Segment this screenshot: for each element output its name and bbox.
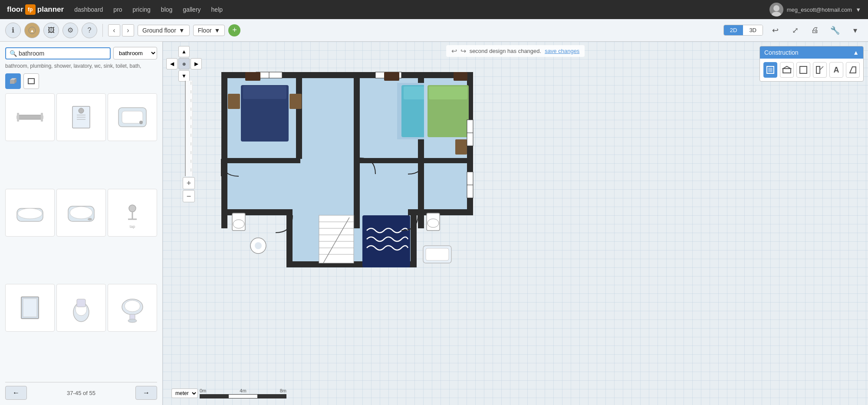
item-tap[interactable]: tap	[108, 189, 157, 237]
nav-dashboard[interactable]: dashboard	[74, 6, 103, 13]
construction-panel-collapse[interactable]: ▲	[853, 49, 859, 56]
redo-button[interactable]: ↪	[460, 47, 466, 55]
item-shower[interactable]	[56, 93, 106, 141]
wall-tool[interactable]	[763, 62, 777, 78]
construction-panel-title: Construction	[764, 49, 799, 56]
room-tool[interactable]	[796, 62, 810, 78]
view-2d-button[interactable]: 2D	[724, 25, 743, 35]
door-window-tool[interactable]	[813, 62, 827, 78]
svg-rect-99	[816, 66, 820, 73]
svg-rect-43	[408, 209, 473, 215]
item-bathtub-side-1[interactable]	[5, 189, 55, 237]
center-button[interactable]: ⊕	[178, 58, 190, 69]
pan-up-button[interactable]: ▲	[178, 46, 190, 57]
nav-pricing[interactable]: pricing	[133, 6, 151, 13]
share-button[interactable]: ↩	[767, 23, 783, 38]
wrench-button[interactable]: 🔧	[827, 23, 843, 38]
svg-rect-96	[783, 69, 791, 73]
search-tags: bathroom, plumbing, shower, lavatory, wc…	[5, 63, 157, 69]
svg-rect-69	[319, 215, 354, 263]
pan-left-button[interactable]: ◀	[166, 58, 178, 69]
pagination: ← 37-45 of 55 →	[5, 382, 157, 400]
scale-bar-line	[200, 394, 286, 398]
eraser-tool[interactable]	[846, 62, 860, 78]
svg-rect-32	[77, 299, 85, 307]
nav-pro[interactable]: pro	[113, 6, 122, 13]
floor-plan[interactable]	[189, 59, 493, 276]
svg-point-20	[18, 208, 42, 219]
svg-rect-7	[28, 79, 34, 84]
svg-rect-53	[243, 86, 286, 99]
logo[interactable]: floor fp planner	[7, 4, 64, 15]
nav-blog[interactable]: blog	[161, 6, 172, 13]
search-input[interactable]	[19, 50, 106, 57]
next-page-button[interactable]: →	[135, 386, 157, 400]
svg-rect-77	[362, 215, 410, 267]
search-input-wrapper: 🔍	[5, 47, 111, 59]
info-button[interactable]: ℹ	[5, 23, 21, 38]
item-bathtub-side-2[interactable]	[56, 189, 106, 237]
svg-rect-10	[41, 113, 43, 122]
svg-point-79	[427, 219, 439, 227]
user-dropdown-icon[interactable]: ▼	[855, 7, 861, 13]
user-avatar	[769, 3, 783, 16]
toolbar-right: 2D 3D ↩ ⤢ 🖨 🔧 ▾	[723, 23, 863, 38]
svg-text:tap: tap	[130, 224, 135, 229]
svg-rect-47	[354, 72, 360, 228]
svg-rect-9	[17, 113, 19, 122]
floor-tool[interactable]	[780, 62, 794, 78]
user-email[interactable]: meg_escott@hotmail.com	[787, 7, 852, 13]
floor-nav: ‹ ›	[108, 24, 134, 36]
save-changes-link[interactable]: save changes	[545, 48, 579, 54]
prev-page-button[interactable]: ←	[5, 386, 27, 400]
floor-type-selector[interactable]: Floor ▼	[193, 25, 225, 36]
item-mirror[interactable]	[5, 284, 55, 332]
item-pedestal-sink[interactable]	[108, 284, 157, 332]
ground-floor-selector[interactable]: Ground floor ▼	[138, 25, 190, 36]
svg-point-1	[772, 12, 781, 16]
page-info: 37-45 of 55	[67, 390, 95, 396]
search-icon: 🔍	[10, 50, 17, 57]
social-share-button[interactable]: ⤢	[787, 23, 803, 38]
svg-rect-29	[23, 299, 37, 317]
logo-text-floor: floor	[7, 5, 23, 14]
nav-gallery[interactable]: gallery	[183, 6, 201, 13]
canvas-area[interactable]: ▲ ◀ ⊕ ▶ ▼ | | | | | | | | | | |	[163, 42, 868, 405]
search-bar: 🔍 bathroom kitchen bedroom living room	[5, 47, 157, 59]
image-button[interactable]: 🖼	[43, 23, 59, 38]
3d-view-mode-button[interactable]	[5, 73, 21, 89]
category-dropdown[interactable]: bathroom kitchen bedroom living room	[113, 47, 157, 59]
left-sidebar: 🔍 bathroom kitchen bedroom living room b…	[0, 42, 163, 405]
svg-rect-40	[221, 72, 227, 228]
item-urinal[interactable]	[56, 284, 106, 332]
toolbar-separator-1	[102, 24, 103, 37]
nav-help[interactable]: help	[211, 6, 223, 13]
svg-rect-4	[10, 80, 14, 84]
help-button[interactable]: ?	[82, 23, 97, 38]
floor-type-label: Floor	[198, 27, 212, 34]
floor-prev-button[interactable]: ‹	[108, 24, 120, 36]
svg-rect-63	[429, 86, 467, 99]
view-mode-buttons	[5, 73, 157, 89]
floor-next-button[interactable]: ›	[122, 24, 134, 36]
pan-down-button[interactable]: ▼	[178, 70, 190, 82]
settings-button[interactable]: ⚙	[62, 23, 78, 38]
model-button[interactable]: ▲	[24, 23, 40, 38]
undo-button[interactable]: ↩	[451, 47, 457, 55]
print-button[interactable]: 🖨	[807, 23, 823, 38]
svg-point-66	[233, 220, 244, 228]
item-bathtub-top[interactable]	[108, 93, 157, 141]
2d-view-mode-button[interactable]	[23, 73, 39, 89]
text-tool[interactable]: A	[829, 62, 843, 78]
add-floor-button[interactable]: +	[228, 24, 240, 36]
scale-labels: 0m 4m 8m	[200, 388, 286, 393]
more-options-button[interactable]: ▾	[847, 23, 863, 38]
view-3d-button[interactable]: 3D	[743, 25, 763, 35]
scale-unit-selector[interactable]: meter	[171, 389, 198, 398]
svg-rect-95	[768, 68, 773, 72]
item-towel-rail[interactable]	[5, 93, 55, 141]
svg-rect-44	[286, 209, 293, 267]
top-navigation: floor fp planner dashboard pro pricing b…	[0, 0, 868, 19]
items-grid: tap	[5, 93, 157, 378]
svg-point-34	[125, 300, 140, 312]
